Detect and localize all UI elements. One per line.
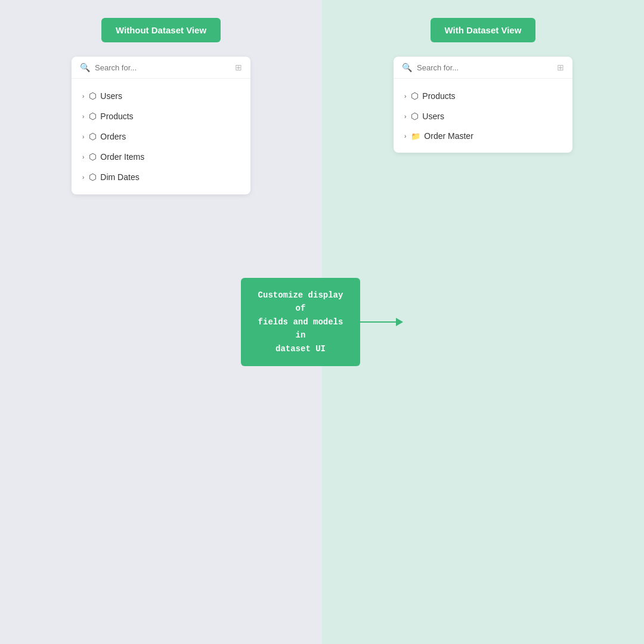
right-search-input[interactable]	[417, 63, 552, 72]
right-tree-item-order-master[interactable]: › 📁 Order Master	[394, 126, 572, 145]
right-tree-item-products[interactable]: › ⬡ Products	[394, 86, 572, 106]
chevron-right-order-master: ›	[404, 133, 406, 140]
left-search-bar: 🔍 ⊞	[72, 57, 250, 79]
left-filter-icon[interactable]: ⊞	[235, 63, 242, 72]
cube-icon-products: ⬡	[89, 111, 97, 122]
right-label-order-master: Order Master	[424, 131, 473, 141]
left-tree-item-users[interactable]: › ⬡ Users	[72, 86, 250, 106]
right-label-users: Users	[422, 112, 444, 121]
tooltip-text: Customize display offields and models in…	[258, 290, 343, 354]
left-label-dim-dates: Dim Dates	[100, 172, 139, 182]
left-tree-list: › ⬡ Users › ⬡ Products › ⬡ Orders	[72, 79, 250, 194]
chevron-dim-dates: ›	[82, 174, 84, 181]
cube-icon-users: ⬡	[89, 91, 97, 101]
content-area: Without Dataset View 🔍 ⊞ › ⬡ Users › ⬡	[0, 0, 644, 644]
left-label-products: Products	[100, 112, 133, 121]
left-tree-item-orders[interactable]: › ⬡ Orders	[72, 126, 250, 147]
left-label-order-items: Order Items	[100, 152, 144, 162]
right-filter-icon[interactable]: ⊞	[557, 63, 564, 72]
left-panel-card: 🔍 ⊞ › ⬡ Users › ⬡ Products	[72, 57, 250, 194]
folder-icon-order-master: 📁	[411, 132, 420, 141]
cube-icon-dim-dates: ⬡	[89, 172, 97, 182]
right-tree-list: › ⬡ Products › ⬡ Users › 📁 Order Master	[394, 79, 572, 153]
right-panel-card: 🔍 ⊞ › ⬡ Products › ⬡ Users	[394, 57, 572, 153]
tooltip-box: Customize display offields and models in…	[241, 278, 360, 366]
chevron-order-items: ›	[82, 154, 84, 160]
page-container: Without Dataset View 🔍 ⊞ › ⬡ Users › ⬡	[0, 0, 644, 644]
cube-icon-right-products: ⬡	[411, 91, 419, 101]
right-search-bar: 🔍 ⊞	[394, 57, 572, 79]
left-tree-item-products[interactable]: › ⬡ Products	[72, 106, 250, 126]
arrow-shaft	[360, 321, 396, 323]
cube-icon-right-users: ⬡	[411, 111, 419, 122]
left-tree-item-order-items[interactable]: › ⬡ Order Items	[72, 147, 250, 167]
left-search-input[interactable]	[95, 63, 230, 72]
left-label-users: Users	[100, 91, 122, 101]
chevron-users: ›	[82, 93, 84, 100]
without-dataset-label: Without Dataset View	[101, 18, 221, 42]
right-tree-item-users[interactable]: › ⬡ Users	[394, 106, 572, 126]
right-search-icon: 🔍	[402, 63, 412, 72]
left-tree-item-dim-dates[interactable]: › ⬡ Dim Dates	[72, 167, 250, 187]
with-dataset-label: With Dataset View	[431, 18, 536, 42]
chevron-right-users: ›	[404, 113, 406, 120]
chevron-orders: ›	[82, 134, 84, 140]
right-label-products: Products	[422, 91, 455, 101]
chevron-products: ›	[82, 113, 84, 120]
arrow-line	[360, 318, 403, 326]
left-search-icon: 🔍	[80, 63, 90, 72]
left-label-orders: Orders	[100, 132, 126, 141]
arrow-head	[396, 318, 403, 326]
chevron-right-products: ›	[404, 93, 406, 100]
middle-area: Customize display offields and models in…	[241, 278, 403, 366]
cube-icon-order-items: ⬡	[89, 151, 97, 162]
cube-icon-orders: ⬡	[89, 131, 97, 142]
